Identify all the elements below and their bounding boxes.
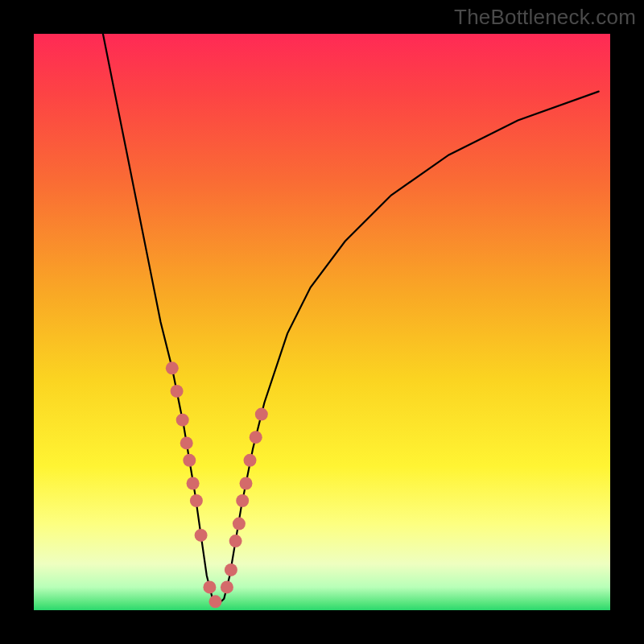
data-marker [221,580,233,593]
data-marker [225,564,237,576]
data-marker [250,431,262,444]
data-marker [244,454,257,467]
plot-area [34,34,610,610]
data-marker [180,436,193,449]
data-marker [176,414,189,427]
data-marker [233,518,246,530]
data-marker [229,535,242,547]
data-marker [183,454,196,467]
data-marker [236,494,249,507]
curve-layer [34,34,610,610]
data-markers [166,361,268,608]
watermark: TheBottleneck.com [454,5,636,30]
data-marker [209,595,222,608]
data-marker [255,408,268,421]
bottleneck-curve [103,34,599,605]
data-marker [187,477,200,490]
chart-frame: TheBottleneck.com [0,0,644,644]
data-marker [203,580,216,593]
data-marker [171,385,184,398]
data-marker [190,494,203,507]
data-marker [195,529,208,542]
data-marker [240,477,253,490]
data-marker [166,361,179,374]
